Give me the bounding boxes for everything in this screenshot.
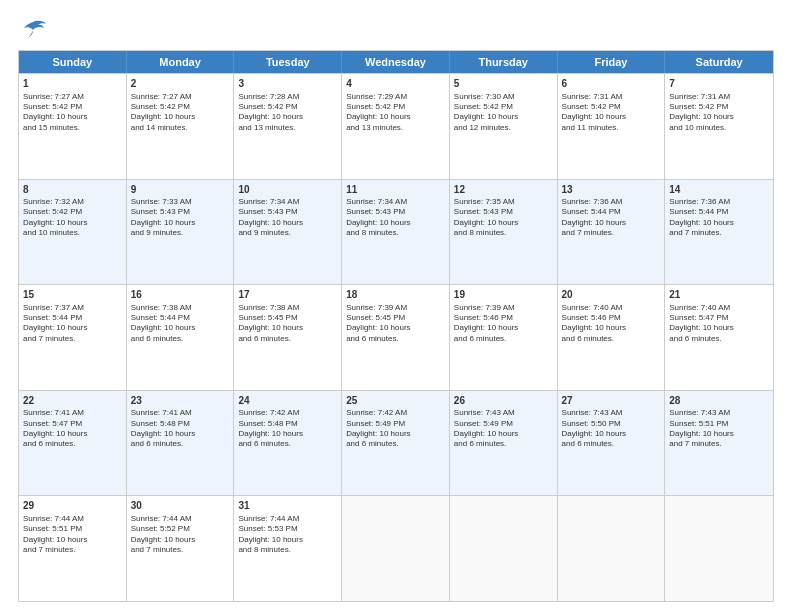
- day-number: 29: [23, 499, 122, 513]
- day-number: 8: [23, 183, 122, 197]
- calendar-cell: 2Sunrise: 7:27 AM Sunset: 5:42 PM Daylig…: [127, 74, 235, 179]
- calendar-cell: 15Sunrise: 7:37 AM Sunset: 5:44 PM Dayli…: [19, 285, 127, 390]
- cell-text: Sunrise: 7:43 AM Sunset: 5:51 PM Dayligh…: [669, 408, 769, 450]
- day-number: 17: [238, 288, 337, 302]
- calendar-row-3: 15Sunrise: 7:37 AM Sunset: 5:44 PM Dayli…: [19, 284, 773, 390]
- day-number: 28: [669, 394, 769, 408]
- day-number: 31: [238, 499, 337, 513]
- day-number: 26: [454, 394, 553, 408]
- day-number: 22: [23, 394, 122, 408]
- day-number: 9: [131, 183, 230, 197]
- day-number: 12: [454, 183, 553, 197]
- cell-text: Sunrise: 7:36 AM Sunset: 5:44 PM Dayligh…: [562, 197, 661, 239]
- cell-text: Sunrise: 7:28 AM Sunset: 5:42 PM Dayligh…: [238, 92, 337, 134]
- logo-icon: [18, 18, 48, 42]
- calendar-cell: 18Sunrise: 7:39 AM Sunset: 5:45 PM Dayli…: [342, 285, 450, 390]
- calendar-cell: 5Sunrise: 7:30 AM Sunset: 5:42 PM Daylig…: [450, 74, 558, 179]
- calendar-cell: 12Sunrise: 7:35 AM Sunset: 5:43 PM Dayli…: [450, 180, 558, 285]
- day-number: 21: [669, 288, 769, 302]
- calendar-cell: 23Sunrise: 7:41 AM Sunset: 5:48 PM Dayli…: [127, 391, 235, 496]
- calendar-cell: 31Sunrise: 7:44 AM Sunset: 5:53 PM Dayli…: [234, 496, 342, 601]
- day-number: 20: [562, 288, 661, 302]
- calendar-cell: 29Sunrise: 7:44 AM Sunset: 5:51 PM Dayli…: [19, 496, 127, 601]
- day-number: 27: [562, 394, 661, 408]
- cell-text: Sunrise: 7:32 AM Sunset: 5:42 PM Dayligh…: [23, 197, 122, 239]
- cell-text: Sunrise: 7:27 AM Sunset: 5:42 PM Dayligh…: [131, 92, 230, 134]
- cell-text: Sunrise: 7:44 AM Sunset: 5:53 PM Dayligh…: [238, 514, 337, 556]
- cell-text: Sunrise: 7:38 AM Sunset: 5:44 PM Dayligh…: [131, 303, 230, 345]
- day-number: 10: [238, 183, 337, 197]
- calendar-cell: 20Sunrise: 7:40 AM Sunset: 5:46 PM Dayli…: [558, 285, 666, 390]
- calendar-cell: 1Sunrise: 7:27 AM Sunset: 5:42 PM Daylig…: [19, 74, 127, 179]
- cell-text: Sunrise: 7:36 AM Sunset: 5:44 PM Dayligh…: [669, 197, 769, 239]
- calendar-cell: 4Sunrise: 7:29 AM Sunset: 5:42 PM Daylig…: [342, 74, 450, 179]
- calendar-cell: 27Sunrise: 7:43 AM Sunset: 5:50 PM Dayli…: [558, 391, 666, 496]
- calendar-cell: 8Sunrise: 7:32 AM Sunset: 5:42 PM Daylig…: [19, 180, 127, 285]
- calendar-cell: [665, 496, 773, 601]
- calendar-cell: [342, 496, 450, 601]
- cell-text: Sunrise: 7:39 AM Sunset: 5:46 PM Dayligh…: [454, 303, 553, 345]
- cell-text: Sunrise: 7:40 AM Sunset: 5:46 PM Dayligh…: [562, 303, 661, 345]
- cell-text: Sunrise: 7:44 AM Sunset: 5:52 PM Dayligh…: [131, 514, 230, 556]
- calendar-cell: 3Sunrise: 7:28 AM Sunset: 5:42 PM Daylig…: [234, 74, 342, 179]
- calendar-cell: [558, 496, 666, 601]
- day-number: 16: [131, 288, 230, 302]
- cell-text: Sunrise: 7:34 AM Sunset: 5:43 PM Dayligh…: [238, 197, 337, 239]
- day-number: 2: [131, 77, 230, 91]
- calendar-cell: 6Sunrise: 7:31 AM Sunset: 5:42 PM Daylig…: [558, 74, 666, 179]
- cell-text: Sunrise: 7:37 AM Sunset: 5:44 PM Dayligh…: [23, 303, 122, 345]
- cell-text: Sunrise: 7:42 AM Sunset: 5:49 PM Dayligh…: [346, 408, 445, 450]
- cell-text: Sunrise: 7:38 AM Sunset: 5:45 PM Dayligh…: [238, 303, 337, 345]
- page: SundayMondayTuesdayWednesdayThursdayFrid…: [0, 0, 792, 612]
- calendar-cell: 28Sunrise: 7:43 AM Sunset: 5:51 PM Dayli…: [665, 391, 773, 496]
- day-number: 14: [669, 183, 769, 197]
- day-number: 18: [346, 288, 445, 302]
- day-number: 19: [454, 288, 553, 302]
- calendar-cell: 11Sunrise: 7:34 AM Sunset: 5:43 PM Dayli…: [342, 180, 450, 285]
- cell-text: Sunrise: 7:35 AM Sunset: 5:43 PM Dayligh…: [454, 197, 553, 239]
- calendar-cell: 19Sunrise: 7:39 AM Sunset: 5:46 PM Dayli…: [450, 285, 558, 390]
- calendar-cell: 25Sunrise: 7:42 AM Sunset: 5:49 PM Dayli…: [342, 391, 450, 496]
- cell-text: Sunrise: 7:33 AM Sunset: 5:43 PM Dayligh…: [131, 197, 230, 239]
- cell-text: Sunrise: 7:44 AM Sunset: 5:51 PM Dayligh…: [23, 514, 122, 556]
- day-number: 6: [562, 77, 661, 91]
- day-number: 5: [454, 77, 553, 91]
- calendar-cell: 7Sunrise: 7:31 AM Sunset: 5:42 PM Daylig…: [665, 74, 773, 179]
- cell-text: Sunrise: 7:43 AM Sunset: 5:50 PM Dayligh…: [562, 408, 661, 450]
- cell-text: Sunrise: 7:39 AM Sunset: 5:45 PM Dayligh…: [346, 303, 445, 345]
- calendar-cell: 30Sunrise: 7:44 AM Sunset: 5:52 PM Dayli…: [127, 496, 235, 601]
- cell-text: Sunrise: 7:31 AM Sunset: 5:42 PM Dayligh…: [562, 92, 661, 134]
- calendar: SundayMondayTuesdayWednesdayThursdayFrid…: [18, 50, 774, 602]
- calendar-cell: [450, 496, 558, 601]
- cell-text: Sunrise: 7:27 AM Sunset: 5:42 PM Dayligh…: [23, 92, 122, 134]
- header-cell-saturday: Saturday: [665, 51, 773, 73]
- cell-text: Sunrise: 7:41 AM Sunset: 5:48 PM Dayligh…: [131, 408, 230, 450]
- cell-text: Sunrise: 7:30 AM Sunset: 5:42 PM Dayligh…: [454, 92, 553, 134]
- cell-text: Sunrise: 7:34 AM Sunset: 5:43 PM Dayligh…: [346, 197, 445, 239]
- header-cell-tuesday: Tuesday: [234, 51, 342, 73]
- day-number: 30: [131, 499, 230, 513]
- day-number: 25: [346, 394, 445, 408]
- day-number: 4: [346, 77, 445, 91]
- day-number: 23: [131, 394, 230, 408]
- header-cell-thursday: Thursday: [450, 51, 558, 73]
- header-cell-wednesday: Wednesday: [342, 51, 450, 73]
- calendar-cell: 22Sunrise: 7:41 AM Sunset: 5:47 PM Dayli…: [19, 391, 127, 496]
- calendar-cell: 14Sunrise: 7:36 AM Sunset: 5:44 PM Dayli…: [665, 180, 773, 285]
- calendar-header: SundayMondayTuesdayWednesdayThursdayFrid…: [19, 51, 773, 73]
- day-number: 1: [23, 77, 122, 91]
- cell-text: Sunrise: 7:41 AM Sunset: 5:47 PM Dayligh…: [23, 408, 122, 450]
- cell-text: Sunrise: 7:43 AM Sunset: 5:49 PM Dayligh…: [454, 408, 553, 450]
- header-cell-friday: Friday: [558, 51, 666, 73]
- calendar-row-4: 22Sunrise: 7:41 AM Sunset: 5:47 PM Dayli…: [19, 390, 773, 496]
- calendar-cell: 26Sunrise: 7:43 AM Sunset: 5:49 PM Dayli…: [450, 391, 558, 496]
- day-number: 3: [238, 77, 337, 91]
- cell-text: Sunrise: 7:40 AM Sunset: 5:47 PM Dayligh…: [669, 303, 769, 345]
- calendar-cell: 17Sunrise: 7:38 AM Sunset: 5:45 PM Dayli…: [234, 285, 342, 390]
- calendar-row-5: 29Sunrise: 7:44 AM Sunset: 5:51 PM Dayli…: [19, 495, 773, 601]
- calendar-cell: 9Sunrise: 7:33 AM Sunset: 5:43 PM Daylig…: [127, 180, 235, 285]
- calendar-cell: 13Sunrise: 7:36 AM Sunset: 5:44 PM Dayli…: [558, 180, 666, 285]
- calendar-cell: 21Sunrise: 7:40 AM Sunset: 5:47 PM Dayli…: [665, 285, 773, 390]
- cell-text: Sunrise: 7:29 AM Sunset: 5:42 PM Dayligh…: [346, 92, 445, 134]
- header-cell-sunday: Sunday: [19, 51, 127, 73]
